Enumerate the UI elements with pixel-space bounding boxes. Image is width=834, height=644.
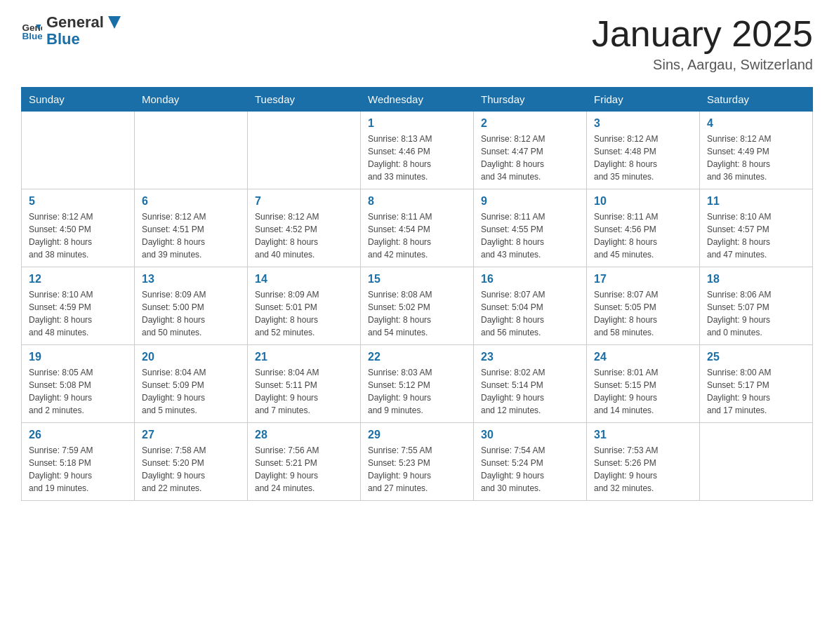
day-number: 3 xyxy=(594,117,692,130)
day-cell: 5Sunrise: 8:12 AM Sunset: 4:50 PM Daylig… xyxy=(22,189,135,267)
calendar-title: January 2025 xyxy=(592,14,813,54)
day-number: 13 xyxy=(142,273,240,286)
day-number: 7 xyxy=(255,195,353,208)
day-cell: 31Sunrise: 7:53 AM Sunset: 5:26 PM Dayli… xyxy=(587,423,700,501)
logo-triangle-icon xyxy=(107,15,122,30)
day-cell: 11Sunrise: 8:10 AM Sunset: 4:57 PM Dayli… xyxy=(700,189,813,267)
calendar-table: Sunday Monday Tuesday Wednesday Thursday… xyxy=(21,87,813,501)
day-number: 17 xyxy=(594,273,692,286)
day-info: Sunrise: 8:09 AM Sunset: 5:01 PM Dayligh… xyxy=(255,288,353,339)
day-number: 28 xyxy=(255,429,353,441)
day-info: Sunrise: 8:12 AM Sunset: 4:50 PM Dayligh… xyxy=(29,210,127,261)
col-saturday: Saturday xyxy=(700,88,813,112)
day-number: 8 xyxy=(368,195,466,208)
logo: General Blue General Blue xyxy=(21,14,122,48)
day-info: Sunrise: 8:11 AM Sunset: 4:55 PM Dayligh… xyxy=(481,210,579,261)
day-cell: 29Sunrise: 7:55 AM Sunset: 5:23 PM Dayli… xyxy=(361,423,474,501)
day-cell xyxy=(22,112,135,189)
day-info: Sunrise: 8:00 AM Sunset: 5:17 PM Dayligh… xyxy=(707,366,805,417)
day-cell: 25Sunrise: 8:00 AM Sunset: 5:17 PM Dayli… xyxy=(700,345,813,423)
day-cell: 28Sunrise: 7:56 AM Sunset: 5:21 PM Dayli… xyxy=(248,423,361,501)
day-info: Sunrise: 7:58 AM Sunset: 5:20 PM Dayligh… xyxy=(142,444,240,495)
day-info: Sunrise: 7:54 AM Sunset: 5:24 PM Dayligh… xyxy=(481,444,579,495)
svg-text:Blue: Blue xyxy=(22,31,43,41)
day-info: Sunrise: 8:09 AM Sunset: 5:00 PM Dayligh… xyxy=(142,288,240,339)
day-info: Sunrise: 8:03 AM Sunset: 5:12 PM Dayligh… xyxy=(368,366,466,417)
day-number: 9 xyxy=(481,195,579,208)
day-info: Sunrise: 8:07 AM Sunset: 5:04 PM Dayligh… xyxy=(481,288,579,339)
day-cell: 10Sunrise: 8:11 AM Sunset: 4:56 PM Dayli… xyxy=(587,189,700,267)
day-info: Sunrise: 8:06 AM Sunset: 5:07 PM Dayligh… xyxy=(707,288,805,339)
day-cell: 8Sunrise: 8:11 AM Sunset: 4:54 PM Daylig… xyxy=(361,189,474,267)
day-cell: 9Sunrise: 8:11 AM Sunset: 4:55 PM Daylig… xyxy=(474,189,587,267)
day-cell xyxy=(135,112,248,189)
logo-icon: General Blue xyxy=(21,20,42,41)
day-number: 19 xyxy=(29,351,127,363)
day-number: 10 xyxy=(594,195,692,208)
day-cell: 6Sunrise: 8:12 AM Sunset: 4:51 PM Daylig… xyxy=(135,189,248,267)
page-header: General Blue General Blue January 2025 S… xyxy=(21,14,813,73)
day-cell: 12Sunrise: 8:10 AM Sunset: 4:59 PM Dayli… xyxy=(22,267,135,345)
col-monday: Monday xyxy=(135,88,248,112)
day-info: Sunrise: 8:13 AM Sunset: 4:46 PM Dayligh… xyxy=(368,133,466,183)
day-cell: 14Sunrise: 8:09 AM Sunset: 5:01 PM Dayli… xyxy=(248,267,361,345)
day-number: 14 xyxy=(255,273,353,286)
day-cell: 7Sunrise: 8:12 AM Sunset: 4:52 PM Daylig… xyxy=(248,189,361,267)
day-number: 6 xyxy=(142,195,240,208)
day-number: 2 xyxy=(481,117,579,130)
calendar-subtitle: Sins, Aargau, Switzerland xyxy=(592,57,813,73)
day-cell: 27Sunrise: 7:58 AM Sunset: 5:20 PM Dayli… xyxy=(135,423,248,501)
day-number: 16 xyxy=(481,273,579,286)
day-number: 11 xyxy=(707,195,805,208)
day-number: 25 xyxy=(707,351,805,363)
col-friday: Friday xyxy=(587,88,700,112)
day-number: 1 xyxy=(368,117,466,130)
day-cell: 30Sunrise: 7:54 AM Sunset: 5:24 PM Dayli… xyxy=(474,423,587,501)
day-cell: 24Sunrise: 8:01 AM Sunset: 5:15 PM Dayli… xyxy=(587,345,700,423)
day-number: 12 xyxy=(29,273,127,286)
day-info: Sunrise: 8:05 AM Sunset: 5:08 PM Dayligh… xyxy=(29,366,127,417)
day-cell: 4Sunrise: 8:12 AM Sunset: 4:49 PM Daylig… xyxy=(700,112,813,189)
day-cell: 18Sunrise: 8:06 AM Sunset: 5:07 PM Dayli… xyxy=(700,267,813,345)
svg-marker-3 xyxy=(108,16,121,29)
day-number: 21 xyxy=(255,351,353,363)
day-number: 4 xyxy=(707,117,805,130)
day-cell: 17Sunrise: 8:07 AM Sunset: 5:05 PM Dayli… xyxy=(587,267,700,345)
day-cell: 2Sunrise: 8:12 AM Sunset: 4:47 PM Daylig… xyxy=(474,112,587,189)
day-cell: 16Sunrise: 8:07 AM Sunset: 5:04 PM Dayli… xyxy=(474,267,587,345)
day-number: 23 xyxy=(481,351,579,363)
day-info: Sunrise: 8:01 AM Sunset: 5:15 PM Dayligh… xyxy=(594,366,692,417)
logo-general-text: General xyxy=(46,14,122,31)
day-cell: 26Sunrise: 7:59 AM Sunset: 5:18 PM Dayli… xyxy=(22,423,135,501)
day-number: 27 xyxy=(142,429,240,441)
day-cell: 1Sunrise: 8:13 AM Sunset: 4:46 PM Daylig… xyxy=(361,112,474,189)
day-info: Sunrise: 8:12 AM Sunset: 4:47 PM Dayligh… xyxy=(481,133,579,183)
day-info: Sunrise: 8:12 AM Sunset: 4:52 PM Dayligh… xyxy=(255,210,353,261)
day-cell: 19Sunrise: 8:05 AM Sunset: 5:08 PM Dayli… xyxy=(22,345,135,423)
day-cell xyxy=(248,112,361,189)
day-number: 24 xyxy=(594,351,692,363)
day-number: 30 xyxy=(481,429,579,441)
day-info: Sunrise: 8:10 AM Sunset: 4:59 PM Dayligh… xyxy=(29,288,127,339)
week-row-3: 12Sunrise: 8:10 AM Sunset: 4:59 PM Dayli… xyxy=(22,267,813,345)
week-row-4: 19Sunrise: 8:05 AM Sunset: 5:08 PM Dayli… xyxy=(22,345,813,423)
day-info: Sunrise: 8:12 AM Sunset: 4:48 PM Dayligh… xyxy=(594,133,692,183)
day-cell: 13Sunrise: 8:09 AM Sunset: 5:00 PM Dayli… xyxy=(135,267,248,345)
day-number: 29 xyxy=(368,429,466,441)
day-info: Sunrise: 8:12 AM Sunset: 4:49 PM Dayligh… xyxy=(707,133,805,183)
day-info: Sunrise: 8:12 AM Sunset: 4:51 PM Dayligh… xyxy=(142,210,240,261)
col-thursday: Thursday xyxy=(474,88,587,112)
day-info: Sunrise: 8:08 AM Sunset: 5:02 PM Dayligh… xyxy=(368,288,466,339)
day-number: 31 xyxy=(594,429,692,441)
week-row-1: 1Sunrise: 8:13 AM Sunset: 4:46 PM Daylig… xyxy=(22,112,813,189)
day-info: Sunrise: 8:04 AM Sunset: 5:09 PM Dayligh… xyxy=(142,366,240,417)
day-number: 20 xyxy=(142,351,240,363)
col-wednesday: Wednesday xyxy=(361,88,474,112)
day-info: Sunrise: 7:53 AM Sunset: 5:26 PM Dayligh… xyxy=(594,444,692,495)
col-sunday: Sunday xyxy=(22,88,135,112)
day-cell: 15Sunrise: 8:08 AM Sunset: 5:02 PM Dayli… xyxy=(361,267,474,345)
day-info: Sunrise: 7:55 AM Sunset: 5:23 PM Dayligh… xyxy=(368,444,466,495)
day-info: Sunrise: 8:10 AM Sunset: 4:57 PM Dayligh… xyxy=(707,210,805,261)
title-section: January 2025 Sins, Aargau, Switzerland xyxy=(592,14,813,73)
day-cell: 22Sunrise: 8:03 AM Sunset: 5:12 PM Dayli… xyxy=(361,345,474,423)
